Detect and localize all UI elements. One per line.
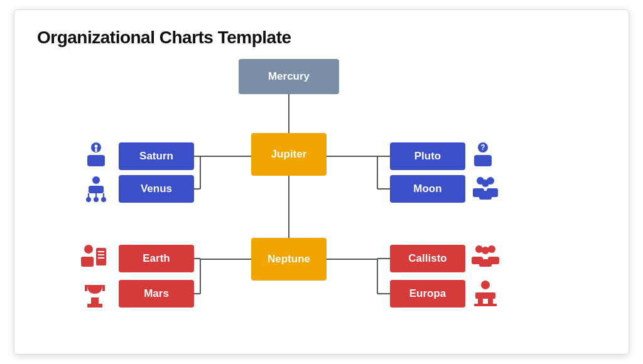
node-jupiter[interactable]: Jupiter [251, 133, 327, 176]
node-pluto[interactable]: Pluto [390, 142, 465, 170]
page-title: Organizational Charts Template [37, 28, 606, 48]
svg-point-53 [482, 247, 489, 254]
node-earth[interactable]: Earth [119, 245, 194, 272]
svg-point-31 [101, 197, 106, 202]
svg-rect-50 [102, 285, 105, 291]
node-mars[interactable]: Mars [119, 280, 194, 308]
node-moon[interactable]: Moon [390, 175, 465, 203]
svg-rect-49 [85, 285, 87, 291]
node-saturn[interactable]: Saturn [119, 142, 194, 170]
svg-rect-56 [479, 259, 492, 267]
svg-point-41 [84, 245, 93, 254]
svg-point-24 [92, 176, 100, 184]
svg-rect-40 [479, 191, 492, 200]
svg-rect-21 [87, 155, 105, 166]
svg-rect-33 [474, 155, 492, 166]
svg-rect-61 [474, 304, 497, 306]
chart-area: Mercury Jupiter Neptune Saturn Venus Plu… [37, 59, 606, 335]
node-mercury[interactable]: Mercury [239, 59, 339, 94]
svg-point-51 [475, 245, 483, 253]
svg-point-29 [86, 197, 91, 202]
saturn-icon [85, 141, 107, 173]
svg-rect-23 [95, 148, 97, 152]
node-europa[interactable]: Europa [390, 280, 465, 308]
svg-point-52 [488, 245, 495, 253]
node-callisto[interactable]: Callisto [390, 245, 465, 272]
svg-point-37 [482, 179, 489, 187]
moon-icon [472, 174, 499, 206]
svg-rect-58 [475, 292, 495, 299]
svg-point-57 [481, 281, 490, 289]
svg-rect-48 [87, 304, 102, 308]
pluto-icon: ? [472, 141, 494, 173]
callisto-icon [470, 243, 500, 275]
mars-icon [82, 280, 107, 312]
svg-rect-25 [89, 186, 104, 193]
europa-icon [472, 280, 499, 312]
svg-rect-43 [96, 248, 106, 265]
svg-point-22 [95, 145, 98, 148]
node-venus[interactable]: Venus [119, 175, 194, 203]
node-neptune[interactable]: Neptune [251, 238, 327, 281]
svg-text:?: ? [480, 143, 485, 152]
venus-icon [82, 174, 110, 206]
svg-point-30 [94, 197, 99, 202]
svg-rect-42 [81, 257, 94, 267]
earth-icon [80, 243, 107, 275]
slide: Organizational Charts Template [14, 9, 629, 355]
